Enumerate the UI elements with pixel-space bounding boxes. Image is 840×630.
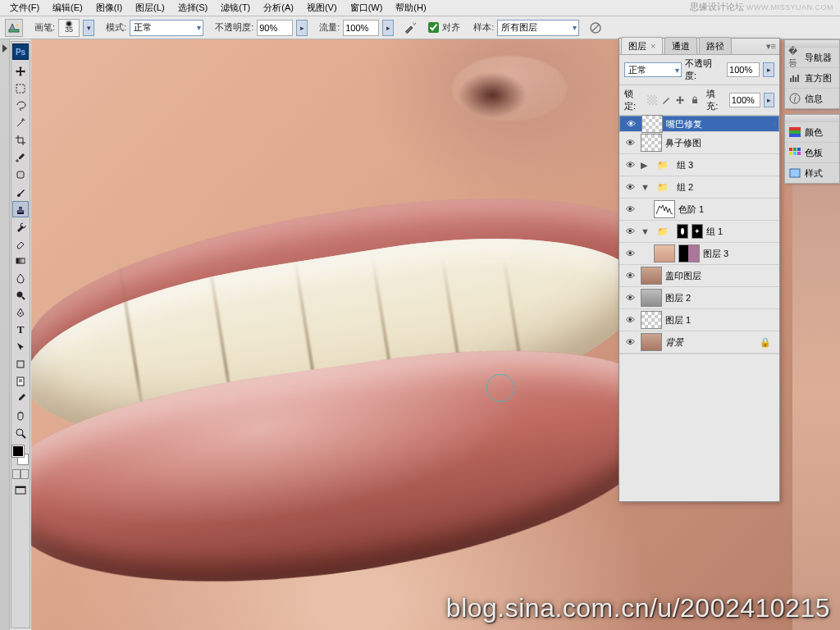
disclose-icon[interactable]: ▼ xyxy=(641,226,649,236)
menu-window[interactable]: 窗口(W) xyxy=(344,0,390,16)
layer-row-group[interactable]: 👁 ▼ 📁 组 2 xyxy=(619,176,779,199)
visibility-icon[interactable]: 👁 xyxy=(623,119,638,129)
visibility-icon[interactable]: 👁 xyxy=(623,182,637,192)
lock-pixels-icon[interactable] xyxy=(661,94,672,106)
layer-row-selected[interactable]: 👁 嘴巴修复 xyxy=(619,116,779,132)
menu-view[interactable]: 视图(V) xyxy=(300,0,344,16)
eyedropper-tool-icon[interactable] xyxy=(12,149,29,166)
layer-fill-arrow[interactable]: ▸ xyxy=(764,93,774,107)
blend-mode-select[interactable]: 正常 xyxy=(130,20,203,36)
brush-tool-icon[interactable] xyxy=(12,184,29,200)
flow-field[interactable]: 100% xyxy=(343,20,379,36)
notes-tool-icon[interactable] xyxy=(12,373,29,390)
layer-name[interactable]: 组 3 xyxy=(677,159,693,171)
tab-layers-close-icon[interactable]: × xyxy=(648,41,655,51)
lock-position-icon[interactable] xyxy=(675,94,686,106)
layer-row[interactable]: 👁 色阶 1 xyxy=(619,199,779,221)
screenmode-icon[interactable] xyxy=(12,482,29,499)
layer-row[interactable]: 👁 图层 2 xyxy=(619,287,779,309)
eraser-tool-icon[interactable] xyxy=(12,235,29,252)
layer-opacity-arrow[interactable]: ▸ xyxy=(763,62,774,77)
move-tool-icon[interactable] xyxy=(12,63,29,80)
visibility-icon[interactable]: 👁 xyxy=(623,138,637,148)
layer-name[interactable]: 组 1 xyxy=(706,226,723,238)
tab-channels[interactable]: 通道 xyxy=(664,37,697,54)
visibility-icon[interactable]: 👁 xyxy=(623,271,637,281)
lock-all-icon[interactable] xyxy=(689,94,700,106)
panel-menu-icon[interactable]: ▾≡ xyxy=(766,41,776,52)
layer-name[interactable]: 图层 1 xyxy=(665,314,691,326)
layer-row-group[interactable]: 👁 ▼ 📁 ✦ 组 1 xyxy=(619,221,779,243)
disclose-icon[interactable]: ▼ xyxy=(641,182,649,192)
layer-opacity-field[interactable]: 100% xyxy=(727,62,760,77)
marquee-tool-icon[interactable] xyxy=(12,80,29,97)
layer-row[interactable]: 👁 图层 1 xyxy=(619,309,779,331)
menu-analysis[interactable]: 分析(A) xyxy=(257,0,300,16)
menu-filter[interactable]: 滤镜(T) xyxy=(214,0,257,16)
dock-info[interactable]: i信息 xyxy=(785,88,839,108)
history-brush-tool-icon[interactable] xyxy=(12,218,29,235)
gradient-tool-icon[interactable] xyxy=(12,253,29,269)
dock-color[interactable]: 颜色 xyxy=(785,121,839,142)
menu-image[interactable]: 图像(I) xyxy=(89,0,129,16)
opacity-arrow[interactable]: ▸ xyxy=(296,20,308,36)
layer-row-group[interactable]: 👁 ▶ 📁 组 3 xyxy=(619,154,779,176)
tab-layers[interactable]: 图层 × xyxy=(621,37,663,54)
quickmask-mode-icon[interactable] xyxy=(21,469,29,479)
layer-fill-field[interactable]: 100% xyxy=(729,93,760,107)
layer-name[interactable]: 组 2 xyxy=(677,181,693,194)
shape-tool-icon[interactable] xyxy=(12,356,29,372)
expand-tri-icon[interactable] xyxy=(2,44,7,52)
layer-name[interactable]: 色阶 1 xyxy=(678,203,704,216)
visibility-icon[interactable]: 👁 xyxy=(623,293,637,303)
layer-name[interactable]: 图层 2 xyxy=(665,292,691,304)
path-select-tool-icon[interactable] xyxy=(12,339,29,355)
visibility-icon[interactable]: 👁 xyxy=(623,249,637,258)
fg-color-swatch[interactable] xyxy=(12,445,24,457)
visibility-icon[interactable]: 👁 xyxy=(623,226,637,236)
visibility-icon[interactable]: 👁 xyxy=(623,160,637,170)
dock-styles[interactable]: 样式 xyxy=(785,162,839,183)
menu-edit[interactable]: 编辑(E) xyxy=(46,0,89,16)
healing-brush-tool-icon[interactable] xyxy=(12,167,29,183)
visibility-icon[interactable]: 👁 xyxy=(623,204,637,214)
type-tool-icon[interactable]: T xyxy=(12,322,29,338)
menu-file[interactable]: 文件(F) xyxy=(3,0,46,16)
menu-select[interactable]: 选择(S) xyxy=(171,0,215,16)
layer-name[interactable]: 盖印图层 xyxy=(665,270,701,282)
dock-swatches[interactable]: 色板 xyxy=(785,142,839,162)
crop-tool-icon[interactable] xyxy=(12,132,29,148)
opacity-field[interactable]: 90% xyxy=(257,20,293,36)
tab-paths[interactable]: 路径 xyxy=(699,37,732,54)
hand-tool-icon[interactable] xyxy=(12,408,29,424)
magic-wand-tool-icon[interactable] xyxy=(12,115,29,131)
layer-row[interactable]: 👁 盖印图层 xyxy=(619,265,779,287)
layer-name[interactable]: 背景 xyxy=(665,336,683,349)
visibility-icon[interactable]: 👁 xyxy=(623,337,637,347)
ignore-adjustment-icon[interactable] xyxy=(589,21,602,34)
dock-histogram[interactable]: 直方图 xyxy=(785,67,839,88)
sample-select[interactable]: 所有图层 xyxy=(497,20,579,36)
menu-layer[interactable]: 图层(L) xyxy=(129,0,171,16)
brush-picker-arrow[interactable]: ▾ xyxy=(83,20,94,36)
layer-row[interactable]: 👁 图层 3 xyxy=(619,243,779,265)
standard-mode-icon[interactable] xyxy=(12,469,21,479)
zoom-tool-icon[interactable] xyxy=(12,425,29,441)
eyedropper2-tool-icon[interactable] xyxy=(12,390,29,407)
brush-preview[interactable]: 35 xyxy=(58,19,80,37)
dock-navigator[interactable]: �등导航器 xyxy=(785,47,839,67)
layer-blend-select[interactable]: 正常 xyxy=(624,62,682,77)
airbrush-icon[interactable] xyxy=(404,21,417,34)
layer-row-background[interactable]: 👁 背景 🔒 xyxy=(619,331,779,354)
pen-tool-icon[interactable] xyxy=(12,304,29,321)
blur-tool-icon[interactable] xyxy=(12,270,29,286)
disclose-icon[interactable]: ▶ xyxy=(641,160,649,171)
lock-trans-icon[interactable] xyxy=(647,94,658,106)
aligned-checkbox[interactable] xyxy=(428,22,439,33)
dodge-tool-icon[interactable] xyxy=(12,287,29,304)
flow-arrow[interactable]: ▸ xyxy=(382,20,394,36)
clone-stamp-tool-icon[interactable] xyxy=(12,201,29,217)
lasso-tool-icon[interactable] xyxy=(12,98,29,114)
layer-name[interactable]: 图层 3 xyxy=(703,248,728,260)
layer-row[interactable]: 👁 鼻子修图 xyxy=(619,132,779,154)
